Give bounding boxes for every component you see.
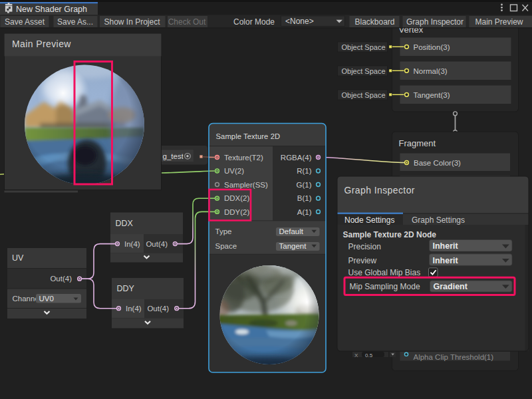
- svg-text:Channe: Channe: [13, 295, 39, 303]
- svg-text:R(1): R(1): [297, 167, 312, 175]
- svg-text:G(1): G(1): [297, 181, 312, 189]
- svg-text:Out(4): Out(4): [146, 240, 168, 248]
- svg-text:Tangent(3): Tangent(3): [414, 91, 450, 99]
- svg-text:DDY(2): DDY(2): [224, 208, 250, 216]
- svg-text:Gradient: Gradient: [434, 282, 468, 291]
- svg-text:RGBA(4): RGBA(4): [281, 154, 312, 162]
- svg-text:Position(3): Position(3): [414, 43, 450, 51]
- svg-text:Blackboard: Blackboard: [354, 17, 394, 27]
- svg-text:Object Space: Object Space: [342, 67, 386, 75]
- svg-text:Preview: Preview: [348, 256, 377, 265]
- svg-text:Alpha Clip Threshold(1): Alpha Clip Threshold(1): [414, 353, 494, 361]
- svg-text:0.5: 0.5: [365, 352, 373, 358]
- svg-text:Fragment: Fragment: [399, 138, 436, 148]
- svg-text:Use Global Mip Bias: Use Global Mip Bias: [348, 268, 421, 277]
- svg-text:UV: UV: [12, 253, 24, 263]
- svg-text:Show In Project: Show In Project: [104, 17, 160, 27]
- svg-text:Main Preview: Main Preview: [475, 17, 523, 27]
- svg-text:DDX(2): DDX(2): [224, 194, 250, 202]
- svg-text:Tangent: Tangent: [279, 242, 307, 250]
- svg-text:Default: Default: [279, 227, 304, 235]
- svg-text:Save As...: Save As...: [57, 17, 93, 27]
- svg-text:Object Space: Object Space: [342, 91, 386, 99]
- svg-text:Graph Inspector: Graph Inspector: [406, 17, 464, 27]
- svg-text:Graph Inspector: Graph Inspector: [344, 185, 415, 196]
- svg-text:Out(4): Out(4): [50, 275, 72, 283]
- svg-text:DDY: DDY: [117, 284, 135, 293]
- svg-text:In(4): In(4): [126, 305, 142, 313]
- svg-text:Sampler(SS): Sampler(SS): [224, 181, 268, 189]
- svg-text:DDX: DDX: [116, 219, 134, 228]
- svg-text:UV(2): UV(2): [224, 167, 244, 175]
- svg-text:Object Space: Object Space: [342, 43, 386, 51]
- svg-text:Texture(T2): Texture(T2): [224, 154, 263, 162]
- svg-text:B(1): B(1): [297, 194, 312, 202]
- svg-text:Inherit: Inherit: [433, 256, 459, 265]
- svg-text:Color Mode: Color Mode: [233, 17, 275, 27]
- svg-text:UV0: UV0: [39, 295, 54, 303]
- svg-text:Normal(3): Normal(3): [414, 67, 448, 75]
- svg-text:Base Color(3): Base Color(3): [414, 159, 461, 167]
- svg-text:Sample Texture 2D Node: Sample Texture 2D Node: [343, 230, 437, 239]
- svg-text:Precision: Precision: [348, 242, 381, 251]
- svg-text:Graph Settings: Graph Settings: [412, 215, 465, 225]
- svg-text:Inherit: Inherit: [433, 241, 459, 251]
- svg-text:New Shader Graph: New Shader Graph: [16, 5, 87, 14]
- svg-text:Out(4): Out(4): [147, 305, 169, 313]
- svg-text:In(4): In(4): [124, 240, 140, 248]
- svg-text:Main Preview: Main Preview: [12, 39, 71, 49]
- svg-text:Mip Sampling Mode: Mip Sampling Mode: [350, 282, 420, 291]
- svg-text:Sample Texture 2D: Sample Texture 2D: [216, 132, 281, 140]
- svg-text:Node Settings: Node Settings: [344, 215, 394, 225]
- svg-text:X: X: [354, 352, 358, 358]
- svg-text:g_test: g_test: [163, 152, 184, 160]
- svg-text:Type: Type: [215, 227, 232, 235]
- svg-text:Space: Space: [215, 242, 237, 250]
- svg-text:Check Out: Check Out: [168, 17, 206, 27]
- svg-text:<None>: <None>: [285, 17, 314, 26]
- svg-text:A(1): A(1): [297, 208, 312, 216]
- svg-text:Save Asset: Save Asset: [5, 17, 45, 27]
